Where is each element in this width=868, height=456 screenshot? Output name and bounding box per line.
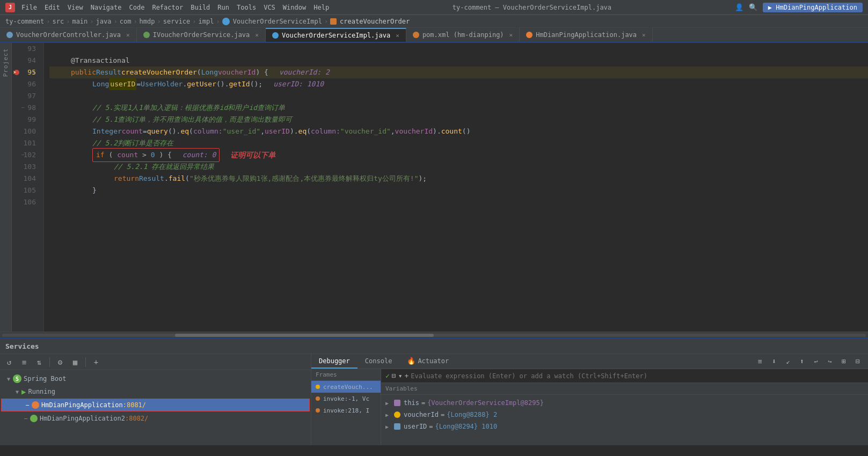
refresh-btn[interactable]: ↺ bbox=[3, 356, 15, 368]
dbg-step-btn[interactable]: ↩ bbox=[810, 356, 822, 367]
line-97: 97 bbox=[12, 90, 39, 102]
editor-area: Project 93 94 ➤ 95 ↑ 96 97 ─ 98 99 100 1… bbox=[0, 43, 868, 332]
run-config-selector[interactable]: ▶ HmDianPingApplication bbox=[763, 3, 863, 12]
menu-vcs[interactable]: VCS bbox=[264, 4, 275, 11]
tab-close-4[interactable]: × bbox=[642, 32, 646, 39]
frame-dot-active bbox=[316, 385, 320, 389]
tree-spring-boot[interactable]: ▼ S Spring Boot bbox=[0, 372, 311, 385]
code-lines[interactable]: @Transactional public Result createVouch… bbox=[44, 43, 868, 332]
var-this[interactable]: ▶ this = {VoucherOrderServiceImpl@8295} bbox=[381, 397, 868, 409]
code-line-97 bbox=[49, 90, 868, 102]
menu-help[interactable]: Help bbox=[313, 4, 329, 11]
tab-console[interactable]: Console bbox=[358, 354, 400, 369]
eval-input[interactable] bbox=[411, 372, 864, 380]
app-8082-port: :8082/ bbox=[125, 415, 148, 422]
var-userid[interactable]: ▶ userID = {Long@8294} 1010 bbox=[381, 421, 868, 432]
profile-icon[interactable]: 👤 bbox=[735, 3, 743, 11]
breadcrumb-class[interactable]: VoucherOrderServiceImpl bbox=[233, 18, 322, 25]
breadcrumb-src[interactable]: src bbox=[52, 18, 64, 25]
menu-refactor[interactable]: Refactor bbox=[152, 4, 183, 11]
tab-debugger[interactable]: Debugger bbox=[311, 354, 358, 369]
dbg-down-btn[interactable]: ⬇ bbox=[768, 356, 780, 367]
expand-spring[interactable]: ▼ bbox=[4, 376, 13, 382]
line-96: 96 bbox=[12, 78, 39, 90]
tab-icon-java bbox=[6, 32, 13, 38]
expand-running[interactable]: ▼ bbox=[13, 389, 21, 395]
dbg-align-btn[interactable]: ≡ bbox=[754, 356, 766, 367]
bottom-content: ↺ ≡ ⇅ ⚙ ▦ + ▼ S Spring Boot ▼ ▶ bbox=[0, 354, 868, 445]
frame-invoke-2[interactable]: invoke:218, I bbox=[311, 404, 381, 416]
var-expand-this[interactable]: ▶ bbox=[385, 400, 394, 406]
add-btn[interactable]: + bbox=[90, 356, 102, 368]
project-panel-tab[interactable]: Project bbox=[0, 43, 12, 332]
var-expand-userid[interactable]: ▶ bbox=[385, 424, 394, 430]
breadcrumb-service[interactable]: service bbox=[163, 18, 191, 25]
dbg-table-btn[interactable]: ⊞ bbox=[838, 356, 850, 367]
tab-voucher-service-impl[interactable]: VoucherOrderServiceImpl.java × bbox=[266, 28, 406, 42]
breadcrumb-com[interactable]: com bbox=[120, 18, 132, 25]
breadcrumb-main[interactable]: main bbox=[72, 18, 87, 25]
code-editor[interactable]: 93 94 ➤ 95 ↑ 96 97 ─ 98 99 100 101 ─ 102… bbox=[12, 43, 868, 332]
services-panel: ↺ ≡ ⇅ ⚙ ▦ + ▼ S Spring Boot ▼ ▶ bbox=[0, 354, 311, 445]
variables-panel: ✓ ⊟ ▾ + Variables ▶ this = bbox=[381, 369, 868, 445]
tabs-bar: VoucherOrderController.java × IVoucherOr… bbox=[0, 28, 868, 43]
search-icon[interactable]: 🔍 bbox=[749, 3, 757, 11]
menu-run[interactable]: Run bbox=[217, 4, 229, 11]
eval-dropdown[interactable]: ▾ bbox=[398, 372, 403, 380]
menu-tools[interactable]: Tools bbox=[237, 4, 256, 11]
menu-navigate[interactable]: Navigate bbox=[91, 4, 122, 11]
var-expand-voucherid[interactable]: ▶ bbox=[385, 412, 394, 418]
menu-code[interactable]: Code bbox=[129, 4, 145, 11]
eval-add[interactable]: + bbox=[404, 372, 409, 380]
tab-voucher-controller[interactable]: VoucherOrderController.java × bbox=[0, 28, 137, 42]
align-btn[interactable]: ≡ bbox=[18, 356, 30, 368]
frame-create-voucher[interactable]: createVouch... bbox=[311, 381, 381, 393]
var-val-userid: {Long@8294} 1010 bbox=[435, 423, 498, 430]
breadcrumb-impl[interactable]: impl bbox=[199, 18, 214, 25]
if-condition-box: if ( count > 0 ) { count: 0 bbox=[92, 148, 220, 162]
scrollbar-thumb[interactable] bbox=[175, 334, 434, 337]
spring-boot-label: Spring Boot bbox=[24, 375, 66, 383]
expand-8081[interactable]: ─ bbox=[23, 402, 32, 408]
dbg-step2-btn[interactable]: ↪ bbox=[824, 356, 836, 367]
code-line-95: public Result createVoucherOrder ( Long … bbox=[49, 67, 868, 78]
menu-view[interactable]: View bbox=[68, 4, 83, 11]
horizontal-scrollbar[interactable] bbox=[0, 332, 868, 338]
dbg-layout-btn[interactable]: ⊟ bbox=[852, 356, 864, 367]
frame-invoke-1[interactable]: invoke:-1, Vc bbox=[311, 393, 381, 404]
tab-close-2[interactable]: × bbox=[396, 32, 399, 39]
menu-file[interactable]: File bbox=[21, 4, 37, 11]
line-104: 104 bbox=[12, 173, 39, 185]
tab-close-3[interactable]: × bbox=[509, 32, 513, 39]
menu-window[interactable]: Window bbox=[283, 4, 306, 11]
tree-app-8082[interactable]: ─ HmDianPingApplication2 :8082/ bbox=[0, 412, 311, 425]
scrollbar-track[interactable] bbox=[2, 334, 866, 337]
tab-ivoucher-service[interactable]: IVoucherOrderService.java × bbox=[137, 28, 266, 42]
sort-btn[interactable]: ⇅ bbox=[33, 356, 45, 368]
tree-running[interactable]: ▼ ▶ Running bbox=[0, 385, 311, 398]
menu-edit[interactable]: Edit bbox=[45, 4, 60, 11]
tab-close-1[interactable]: × bbox=[255, 32, 259, 39]
tab-close-0[interactable]: × bbox=[126, 32, 130, 39]
tab-actuator[interactable]: 🔥 Actuator bbox=[399, 354, 456, 369]
tab-pom[interactable]: pom.xml (hm-dianping) × bbox=[406, 28, 520, 42]
var-voucher-id[interactable]: ▶ voucherId = {Long@8288} 2 bbox=[381, 409, 868, 421]
menu-build[interactable]: Build bbox=[191, 4, 210, 11]
variables-header: Variables bbox=[381, 383, 868, 395]
breadcrumb-project[interactable]: ty-comment bbox=[5, 18, 44, 25]
tab-app[interactable]: HmDianPingApplication.java × bbox=[520, 28, 652, 42]
tree-app-8081[interactable]: ─ HmDianPingApplication :8081/ bbox=[1, 399, 310, 411]
code-line-94: @Transactional bbox=[49, 55, 868, 67]
filter-btn[interactable]: ⚙ bbox=[54, 356, 66, 368]
dbg-up-btn[interactable]: ⬆ bbox=[796, 356, 808, 367]
breadcrumb-hmdp[interactable]: hmdp bbox=[140, 18, 155, 25]
layout-btn[interactable]: ▦ bbox=[69, 356, 81, 368]
frame-dot-2 bbox=[316, 408, 320, 413]
breadcrumb: ty-comment › src › main › java › com › h… bbox=[0, 15, 868, 28]
expand-8082[interactable]: ─ bbox=[21, 416, 30, 422]
breadcrumb-java[interactable]: java bbox=[96, 18, 112, 25]
fold-98[interactable]: ─ bbox=[21, 102, 24, 114]
inline-val-96: userID: 1010 bbox=[273, 78, 324, 90]
dbg-dl-btn[interactable]: ↙ bbox=[782, 356, 794, 367]
filter-icon[interactable]: ⊟ bbox=[392, 372, 396, 380]
